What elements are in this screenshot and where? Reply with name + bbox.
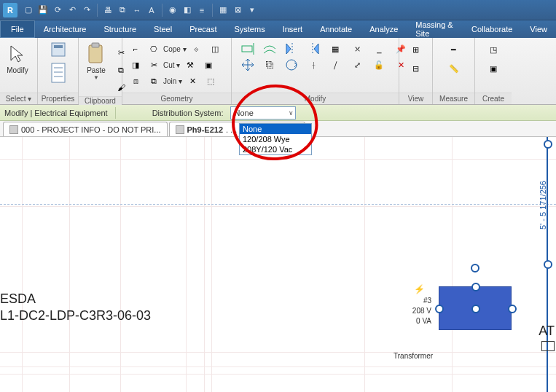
trim-extend-icon[interactable]: ⟊ <box>305 56 322 74</box>
notch-icon[interactable]: ⌐ <box>127 40 144 58</box>
mirror-pick-icon[interactable] <box>305 40 322 58</box>
transformer-equipment[interactable] <box>439 286 512 330</box>
doc-icon <box>176 125 184 134</box>
aligned-dim-icon[interactable]: ━ <box>445 41 463 58</box>
extend-icon[interactable]: ⟐ <box>188 40 205 58</box>
print-icon[interactable]: 🖶 <box>101 4 114 17</box>
join-icon[interactable]: ⧈ <box>127 72 144 90</box>
paint-icon[interactable]: ▣ <box>200 56 217 74</box>
paste-button[interactable]: Paste ▼ <box>82 41 111 82</box>
split-face-icon[interactable]: ◨ <box>127 56 144 74</box>
menu-collaborate[interactable]: Collaborate <box>463 20 521 38</box>
menu-massing[interactable]: Massing & Site <box>407 20 463 38</box>
split-elem-icon[interactable]: ⧸ <box>326 56 344 74</box>
redo-icon[interactable]: ↷ <box>80 4 93 17</box>
modify-button[interactable]: Modify <box>3 41 32 76</box>
open-icon[interactable]: ▢ <box>22 4 35 17</box>
3d-icon[interactable]: ◉ <box>166 4 179 17</box>
section-icon[interactable]: ◧ <box>181 4 194 17</box>
svg-rect-1 <box>54 45 63 48</box>
scale-icon[interactable]: ⤢ <box>348 56 366 74</box>
cutgeom-label[interactable]: Cut ▾ <box>163 61 180 69</box>
dropdown-option-none[interactable]: None <box>240 124 311 134</box>
hide-crop-icon[interactable]: ⊞ <box>407 41 425 58</box>
menu-precast[interactable]: Precast <box>181 20 225 38</box>
context-label: Modify | Electrical Equipment <box>4 109 108 117</box>
close-hidden-icon[interactable]: ⊠ <box>231 4 244 17</box>
cope-icon[interactable]: ⎔ <box>145 40 163 58</box>
join-label[interactable]: Join ▾ <box>163 77 182 85</box>
array-icon[interactable]: ▦ <box>326 40 344 58</box>
menu-structure[interactable]: Structure <box>95 20 145 38</box>
file-menu[interactable]: File <box>0 20 35 38</box>
type-properties-icon[interactable] <box>50 41 67 58</box>
cursor-icon <box>6 42 29 66</box>
drawing-canvas[interactable]: 5' - 5 171/256 ESDA L1-DC2-LDP-C3R3-06-0… <box>0 137 556 392</box>
create-similar-icon[interactable]: ◳ <box>485 41 502 58</box>
join2-icon[interactable]: ⧉ <box>145 72 163 90</box>
panel-label-properties: Properties <box>38 93 78 104</box>
svg-rect-7 <box>92 43 99 47</box>
text-esda: ESDA <box>0 291 36 307</box>
app-logo: R <box>3 3 17 17</box>
menu-architecture[interactable]: Architecture <box>35 20 95 38</box>
panel-label-measure: Measure <box>433 93 474 104</box>
panel-label-clipboard: Clipboard <box>79 96 122 105</box>
distribution-system-dropdown[interactable]: None ∨ <box>230 106 296 119</box>
menu-annotate[interactable]: Annotate <box>311 20 361 38</box>
svg-rect-2 <box>52 63 65 82</box>
chevron-down-icon[interactable]: ▾ <box>246 4 259 17</box>
box-shape <box>541 341 555 351</box>
measure-tool-icon[interactable]: 📏 <box>445 60 463 77</box>
align-icon[interactable] <box>239 40 257 58</box>
equip-va: 0 VA <box>393 316 431 326</box>
create-group-icon[interactable]: ▣ <box>485 60 502 77</box>
sync-icon[interactable]: ⟳ <box>51 4 64 17</box>
menu-bar: File Architecture Structure Steel Precas… <box>0 20 556 38</box>
trim-icon[interactable]: ✕ <box>184 72 201 90</box>
equip-handle-c[interactable] <box>471 305 480 313</box>
menu-view[interactable]: View <box>521 20 556 38</box>
distribution-system-dropdown-list[interactable]: None 120/208 Wye 208Y/120 Vac <box>239 123 312 155</box>
equip-handle-w[interactable] <box>435 305 444 313</box>
dim-handle-bot[interactable] <box>544 260 552 269</box>
mirror-axis-icon[interactable] <box>283 40 300 58</box>
dimension-text[interactable]: 5' - 5 171/256 <box>539 181 547 230</box>
offset-icon[interactable] <box>261 40 278 58</box>
save-icon[interactable]: 💾 <box>36 4 50 17</box>
cope-label[interactable]: Cope ▾ <box>163 45 187 53</box>
rotate-icon[interactable] <box>283 56 300 74</box>
text-icon[interactable]: A <box>145 4 158 17</box>
equip-handle-e[interactable] <box>508 305 517 313</box>
beam-icon[interactable]: ⬚ <box>202 72 219 90</box>
dropdown-option-120-208[interactable]: 120/208 Wye <box>240 134 311 144</box>
wall-open-icon[interactable]: ◫ <box>206 40 224 58</box>
svg-rect-6 <box>89 45 102 63</box>
copy-move-icon[interactable]: ⿻ <box>261 56 278 74</box>
menu-analyze[interactable]: Analyze <box>361 20 407 38</box>
show-crop-icon[interactable]: ⊟ <box>407 60 425 77</box>
plan-icon[interactable]: ≡ <box>195 4 208 17</box>
cut-geom-icon[interactable]: ✂ <box>145 56 163 74</box>
measure-icon[interactable]: ⧉ <box>116 4 129 17</box>
text-designation: L1-DC2-LDP-C3R3-06-03 <box>0 308 151 324</box>
undo-icon[interactable]: ↶ <box>66 4 79 17</box>
doc-tab-1[interactable]: 000 - PROJECT INFO - DO NOT PRI... <box>3 122 168 136</box>
menu-systems[interactable]: Systems <box>225 20 273 38</box>
thin-lines-icon[interactable]: ▦ <box>216 4 230 17</box>
dim-handle-top[interactable] <box>544 140 552 149</box>
demolish-icon[interactable]: ⚒ <box>181 56 199 74</box>
dropdown-option-208y-120[interactable]: 208Y/120 Vac <box>240 144 311 154</box>
dim-icon[interactable]: ↔ <box>130 4 144 17</box>
move-icon[interactable] <box>239 56 257 74</box>
menu-insert[interactable]: Insert <box>274 20 312 38</box>
trim2-icon[interactable]: ⎯ <box>370 40 388 58</box>
equip-handle-n[interactable] <box>471 283 480 291</box>
equip-flip-handle[interactable] <box>471 264 479 273</box>
menu-steel[interactable]: Steel <box>145 20 181 38</box>
split-icon[interactable]: ⤫ <box>348 40 366 58</box>
properties-icon[interactable] <box>50 60 67 86</box>
unpin-icon[interactable]: 🔓 <box>370 56 388 74</box>
chevron-down-icon: ∨ <box>289 109 294 117</box>
panel-label-select[interactable]: Select ▾ <box>0 93 37 104</box>
